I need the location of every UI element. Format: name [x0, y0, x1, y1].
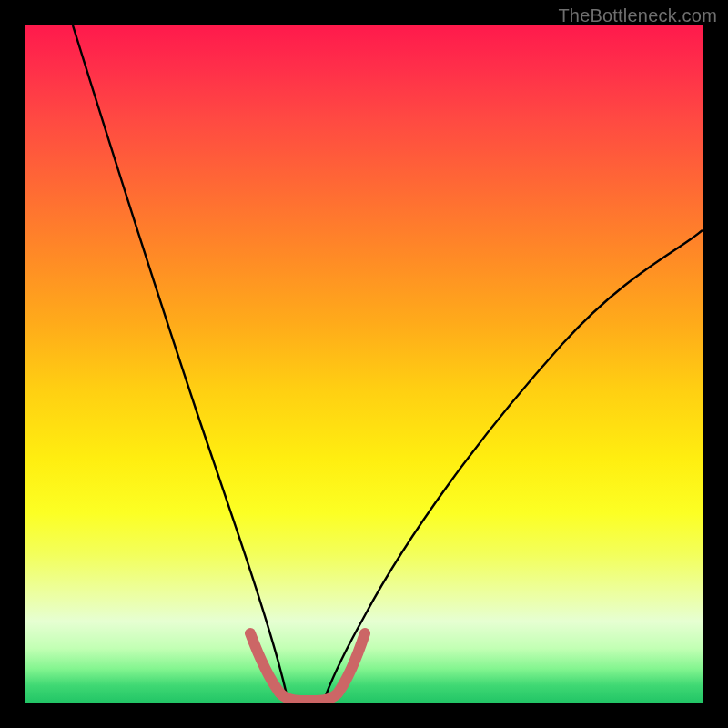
optimal-band-marker: [250, 633, 365, 701]
bottleneck-curve-left: [73, 25, 288, 703]
curve-overlay: [25, 25, 703, 703]
plot-area: [25, 25, 703, 703]
bottleneck-curve-right: [323, 230, 703, 703]
outer-frame: TheBottleneck.com: [0, 0, 728, 728]
watermark-text: TheBottleneck.com: [558, 5, 717, 26]
